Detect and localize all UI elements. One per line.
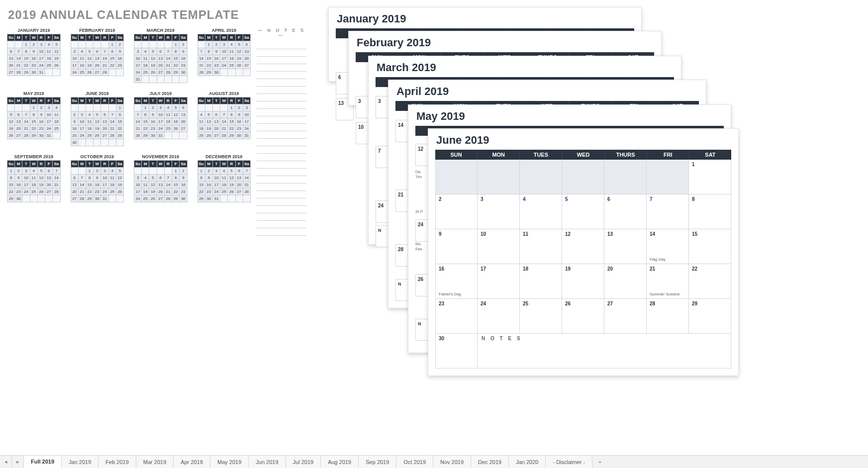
- mini-month: JANUARY 2019SuMTWRFSa1234567891011121314…: [7, 28, 61, 83]
- add-tab-button[interactable]: +: [592, 456, 607, 468]
- mini-month-title: MAY 2019: [7, 91, 61, 96]
- calendar-cell[interactable]: [604, 160, 647, 194]
- notes-line[interactable]: [257, 198, 306, 206]
- notes-line[interactable]: [257, 184, 306, 191]
- notes-line[interactable]: [257, 42, 306, 49]
- date-number: 9: [439, 231, 442, 237]
- sheet-tab[interactable]: May 2019: [210, 456, 249, 468]
- sheet-tab[interactable]: - Disclaimer -: [546, 456, 592, 468]
- calendar-cell[interactable]: 13: [604, 229, 647, 264]
- notes-line[interactable]: [257, 124, 306, 131]
- notes-line[interactable]: [257, 87, 306, 94]
- calendar-cell[interactable]: 25: [520, 299, 562, 334]
- notes-line[interactable]: [257, 139, 306, 146]
- notes-line[interactable]: [257, 94, 306, 101]
- date-number: 1: [692, 162, 695, 167]
- notes-line[interactable]: [257, 169, 306, 176]
- calendar-cell[interactable]: 27: [604, 299, 647, 334]
- sheet-tab[interactable]: Mar 2019: [136, 456, 174, 468]
- may-label: Eas: [415, 247, 422, 251]
- notes-column: — N O T E S —: [257, 28, 306, 236]
- calendar-cell[interactable]: 18: [520, 264, 562, 299]
- calendar-cell[interactable]: 30: [435, 334, 478, 369]
- date-number: 2: [439, 196, 442, 202]
- mini-month-title: AUGUST 2019: [197, 91, 251, 96]
- sheet-tab[interactable]: Nov 2019: [433, 456, 471, 468]
- month-notes-cell[interactable]: N O T E S: [478, 334, 731, 369]
- calendar-cell[interactable]: 4: [520, 194, 562, 229]
- calendar-cell[interactable]: 20: [604, 264, 647, 299]
- tab-scroll-right-icon[interactable]: ▸: [12, 456, 24, 468]
- notes-line[interactable]: [257, 228, 306, 236]
- tab-scroll-left-icon[interactable]: ◂: [0, 456, 12, 468]
- calendar-cell[interactable]: [435, 160, 478, 194]
- may-label: St P: [415, 209, 423, 214]
- notes-line[interactable]: [257, 206, 306, 213]
- sheet-tab[interactable]: Dec 2019: [471, 456, 509, 468]
- notes-line[interactable]: [257, 161, 306, 169]
- notes-line[interactable]: [257, 57, 306, 64]
- calendar-cell[interactable]: 11: [520, 229, 562, 264]
- notes-line[interactable]: [257, 191, 306, 198]
- calendar-cell[interactable]: 26: [562, 299, 604, 334]
- calendar-cell[interactable]: 1: [689, 160, 731, 194]
- mini-month-title: DECEMBER 2019: [197, 154, 251, 159]
- calendar-cell[interactable]: 19: [562, 264, 604, 299]
- notes-line[interactable]: [257, 109, 306, 116]
- notes-line[interactable]: [257, 101, 306, 109]
- sheet-tab[interactable]: Sep 2019: [359, 456, 396, 468]
- notes-line[interactable]: [257, 176, 306, 184]
- calendar-cell[interactable]: 24: [478, 299, 520, 334]
- calendar-cell[interactable]: 7: [647, 194, 689, 229]
- notes-line[interactable]: [257, 213, 306, 221]
- sheet-tab[interactable]: Jun 2019: [249, 456, 286, 468]
- calendar-cell[interactable]: 10: [478, 229, 520, 264]
- sheet-tab[interactable]: Apr 2019: [174, 456, 210, 468]
- calendar-cell[interactable]: 17: [478, 264, 520, 299]
- calendar-cell[interactable]: [647, 160, 689, 194]
- calendar-cell[interactable]: 23: [435, 299, 478, 334]
- calendar-cell[interactable]: 14Flag Day: [647, 229, 689, 264]
- calendar-cell[interactable]: 3: [478, 194, 520, 229]
- calendar-cell[interactable]: 15: [689, 229, 731, 264]
- mini-month: OCTOBER 2019SuMTWRFSa1234567891011121314…: [71, 154, 124, 202]
- june-grid: 1234567891011121314Flag Day1516Father's …: [435, 160, 731, 369]
- calendar-cell[interactable]: 29: [689, 299, 731, 334]
- mini-month: SEPTEMBER 2019SuMTWRFSa12345678910111213…: [7, 154, 61, 202]
- date-number: 23: [439, 301, 444, 306]
- calendar-cell[interactable]: 9: [435, 229, 478, 264]
- calendar-cell[interactable]: 5: [562, 194, 604, 229]
- notes-line[interactable]: [257, 79, 306, 87]
- sheet-tab[interactable]: Aug 2019: [321, 456, 359, 468]
- calendar-cell[interactable]: 22: [689, 264, 731, 299]
- calendar-cell[interactable]: 2: [435, 194, 478, 229]
- sheet-tab[interactable]: Full 2019: [24, 456, 62, 468]
- notes-line[interactable]: [257, 49, 306, 57]
- sheet-tab[interactable]: Jan 2019: [62, 456, 98, 468]
- calendar-cell[interactable]: [520, 160, 562, 194]
- sheet-tabs: ◂ ▸ Full 2019Jan 2019Feb 2019Mar 2019Apr…: [0, 455, 868, 468]
- event-label: Flag Day: [650, 257, 666, 262]
- notes-line[interactable]: [257, 154, 306, 161]
- annual-overview: JANUARY 2019SuMTWRFSa1234567891011121314…: [7, 28, 251, 210]
- sheet-tab[interactable]: Feb 2019: [98, 456, 136, 468]
- calendar-cell[interactable]: 16Father's Day: [435, 264, 478, 299]
- calendar-cell[interactable]: 12: [562, 229, 604, 264]
- calendar-cell[interactable]: 8: [689, 194, 731, 229]
- calendar-cell[interactable]: 6: [604, 194, 647, 229]
- notes-line[interactable]: [257, 64, 306, 72]
- sheet-tab[interactable]: Jan 2020: [509, 456, 546, 468]
- calendar-cell[interactable]: [562, 160, 604, 194]
- sheet-tab[interactable]: Oct 2019: [396, 456, 433, 468]
- calendar-cell[interactable]: [478, 160, 520, 194]
- notes-line[interactable]: [257, 131, 306, 139]
- notes-line[interactable]: [257, 72, 306, 79]
- calendar-cell[interactable]: 21Summer Solstice: [647, 264, 689, 299]
- notes-line[interactable]: [257, 221, 306, 228]
- page-title: 2019 ANNUAL CALENDAR TEMPLATE: [8, 8, 239, 22]
- sheet-tab[interactable]: Jul 2019: [286, 456, 321, 468]
- notes-line[interactable]: [257, 146, 306, 154]
- calendar-cell[interactable]: 28: [647, 299, 689, 334]
- day-header-cell: TUES: [520, 150, 562, 160]
- notes-line[interactable]: [257, 116, 306, 124]
